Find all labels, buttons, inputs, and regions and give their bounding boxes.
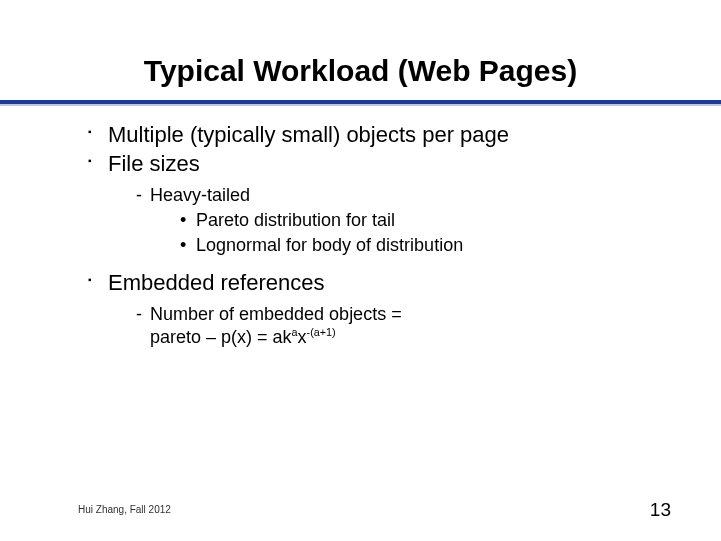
formula-mid: x <box>298 327 307 347</box>
subsub-text: Pareto distribution for tail <box>196 210 395 230</box>
sub-text: Number of embedded objects = <box>150 304 402 324</box>
subsub-text: Lognormal for body of distribution <box>196 235 463 255</box>
sub-text: Heavy-tailed <box>150 185 250 205</box>
bullet-text: File sizes <box>108 151 200 176</box>
sub-list: Heavy-tailed Pareto distribution for tai… <box>108 184 685 258</box>
sub-list: Number of embedded objects = pareto – p(… <box>108 303 685 350</box>
subsub-list: Pareto distribution for tail Lognormal f… <box>150 209 685 258</box>
spacer <box>108 260 685 268</box>
bullet-text: Multiple (typically small) objects per p… <box>108 122 509 147</box>
bullet-item: File sizes Heavy-tailed Pareto distribut… <box>88 151 685 268</box>
slide-title: Typical Workload (Web Pages) <box>0 0 721 100</box>
sub-item: Heavy-tailed Pareto distribution for tai… <box>136 184 685 258</box>
formula-sup2: -(a+1) <box>307 326 336 338</box>
subsub-item: Pareto distribution for tail <box>180 209 685 232</box>
subsub-item: Lognormal for body of distribution <box>180 234 685 257</box>
bullet-item: Embedded references Number of embedded o… <box>88 270 685 350</box>
footer-author: Hui Zhang, Fall 2012 <box>78 504 171 515</box>
content-area: Multiple (typically small) objects per p… <box>0 106 721 349</box>
page-number: 13 <box>650 499 671 521</box>
bullet-item: Multiple (typically small) objects per p… <box>88 122 685 149</box>
bullet-list: Multiple (typically small) objects per p… <box>88 122 685 349</box>
sub-item: Number of embedded objects = pareto – p(… <box>136 303 685 350</box>
slide: Typical Workload (Web Pages) Multiple (t… <box>0 0 721 541</box>
formula-pre: pareto – p(x) = ak <box>150 327 292 347</box>
bullet-text: Embedded references <box>108 270 324 295</box>
